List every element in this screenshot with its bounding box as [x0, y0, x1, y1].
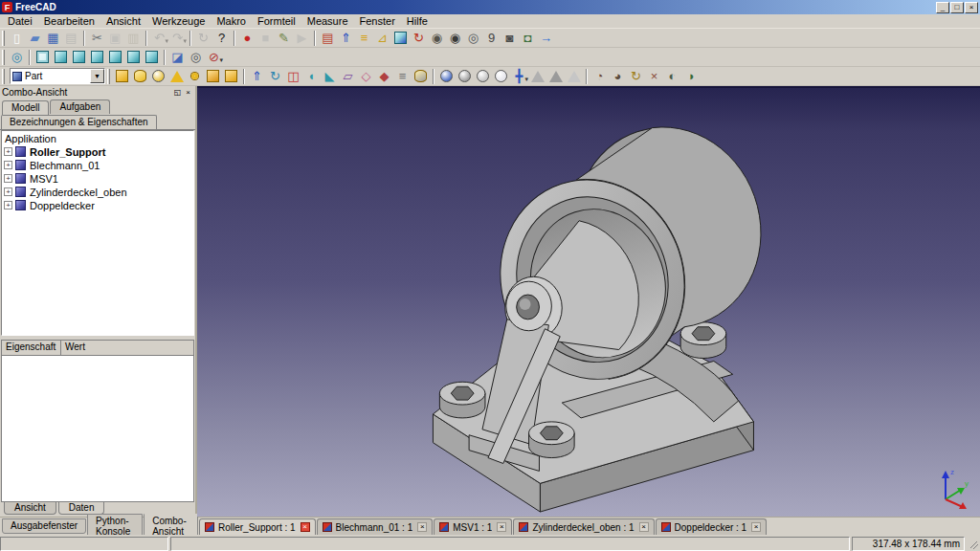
measure-refresh-icon[interactable]: ↻	[627, 68, 645, 85]
front-view-icon[interactable]	[52, 49, 70, 66]
boolean-intersection-icon[interactable]	[474, 68, 492, 85]
property-column-wert[interactable]: Wert	[61, 341, 193, 355]
workbench-dropdown-icon[interactable]: ▼	[90, 69, 104, 83]
tab-ausgabefenster[interactable]: Ausgabefenster	[2, 518, 86, 534]
restore-button[interactable]: □	[950, 2, 964, 13]
shape-builder-icon[interactable]	[204, 68, 222, 85]
axonometric-view-icon[interactable]	[33, 49, 52, 66]
loft-icon[interactable]: ◆	[375, 68, 393, 85]
menu-datei[interactable]: Datei	[2, 14, 38, 28]
clipping-plane-icon[interactable]: ⊘▾	[205, 49, 223, 66]
3d-model-roller-support[interactable]	[197, 88, 980, 517]
paste-icon[interactable]: ▥	[124, 30, 143, 47]
snapshot-icon[interactable]: ◙	[501, 30, 519, 47]
close-tab-icon[interactable]: ×	[497, 522, 506, 532]
render-settings-icon[interactable]: ◘	[519, 30, 537, 47]
new-document-icon[interactable]: ▯	[8, 30, 26, 47]
texture-mapping-icon[interactable]: ⇑	[337, 30, 355, 47]
toolbar-handle[interactable]	[2, 69, 5, 84]
scene-inspector-icon[interactable]: ◎	[464, 30, 482, 47]
property-list[interactable]	[2, 356, 193, 501]
toolbar-handle[interactable]	[2, 50, 5, 65]
revolve-icon[interactable]: ↻	[266, 68, 284, 85]
close-tab-icon[interactable]: ×	[639, 522, 649, 532]
save-document-icon[interactable]: ▦	[44, 30, 62, 47]
boolean-cut-icon[interactable]	[456, 68, 474, 85]
mdi-tab-roller-support-1[interactable]: Roller_Support : 1×	[199, 518, 316, 535]
menu-formteil[interactable]: Formteil	[252, 14, 301, 28]
right-view-icon[interactable]	[88, 49, 106, 66]
tree-item-zylinderdeckel-oben[interactable]: +Zylinderdeckel_oben	[2, 186, 193, 198]
3d-viewport[interactable]: z y x	[197, 86, 980, 517]
toolbar-handle[interactable]	[107, 69, 110, 84]
layers-icon[interactable]: ≡	[355, 30, 373, 47]
mdi-tab-msv1-1[interactable]: MSV1 : 1×	[434, 518, 512, 535]
expand-icon[interactable]: +	[4, 174, 12, 183]
measure-linear-icon[interactable]: ◔	[590, 68, 609, 85]
menu-hilfe[interactable]: Hilfe	[401, 14, 434, 28]
menu-fenster[interactable]: Fenster	[354, 14, 401, 28]
measure-toggle-3d-icon[interactable]: ◐	[663, 68, 681, 85]
tree-item-blechmann-01[interactable]: +Blechmann_01	[2, 159, 193, 171]
tab-modell[interactable]: Modell	[2, 100, 49, 115]
refresh-icon[interactable]: ↻	[194, 30, 212, 47]
macro-play-icon[interactable]: ▶	[293, 30, 311, 47]
close-tab-icon[interactable]: ×	[751, 522, 761, 532]
draw-style-icon[interactable]: ◪	[168, 49, 187, 66]
boolean-operation-icon[interactable]: ╋▾	[510, 68, 528, 85]
mirror-icon[interactable]: ◫	[284, 68, 302, 85]
chamfer-icon[interactable]: ◣	[321, 68, 339, 85]
part-box-icon[interactable]	[113, 68, 131, 85]
primitives-dialog-icon[interactable]	[222, 68, 240, 85]
part-cylinder-icon[interactable]	[131, 68, 149, 85]
menu-werkzeuge[interactable]: Werkzeuge	[146, 14, 211, 28]
redo-icon[interactable]: ↷▾	[168, 30, 187, 47]
ruled-surface-icon[interactable]: ▱	[339, 68, 357, 85]
measure-angular-icon[interactable]: ◕	[609, 68, 627, 85]
menu-measure[interactable]: Measure	[301, 14, 354, 28]
expand-icon[interactable]: +	[4, 187, 12, 196]
close-button[interactable]: ×	[965, 2, 978, 13]
orthographic-camera-icon[interactable]: ◉	[446, 30, 464, 47]
part-cone-icon[interactable]	[167, 68, 186, 85]
mdi-tab-doppeldecker-1[interactable]: Doppeldecker : 1×	[656, 518, 768, 535]
rear-view-icon[interactable]	[106, 49, 124, 66]
copy-icon[interactable]: ▣	[106, 30, 124, 47]
measurement-plane-icon[interactable]: ⊿	[373, 30, 391, 47]
tab-aufgaben[interactable]: Aufgaben	[50, 99, 110, 114]
bounding-box-icon[interactable]	[391, 30, 410, 47]
force-recompute-icon[interactable]: ↻	[410, 30, 428, 47]
offset-icon[interactable]: ◇	[357, 68, 375, 85]
undo-icon[interactable]: ↶▾	[150, 30, 168, 47]
toolbar-handle[interactable]	[2, 31, 5, 46]
boolean-section-icon[interactable]	[492, 68, 510, 85]
macro-record-icon[interactable]: ●	[238, 30, 256, 47]
bottom-view-icon[interactable]	[124, 49, 143, 66]
sweep-icon[interactable]: ≡	[393, 68, 412, 85]
top-view-icon[interactable]	[70, 49, 88, 66]
measure-clear-icon[interactable]: ×	[645, 68, 663, 85]
tree-item-msv1[interactable]: +MSV1	[2, 172, 193, 185]
part-sphere-icon[interactable]	[149, 68, 167, 85]
tree-item-doppeldecker[interactable]: +Doppeldecker	[2, 199, 193, 211]
part-torus-icon[interactable]	[186, 68, 204, 85]
expand-icon[interactable]: +	[4, 201, 12, 209]
fillet-icon[interactable]: ◖	[302, 68, 321, 85]
close-tab-icon[interactable]: ×	[301, 522, 310, 532]
tree-item-roller-support[interactable]: +Roller_Support	[2, 145, 193, 158]
cross-section-icon[interactable]	[412, 68, 430, 85]
macro-stop-icon[interactable]: ■	[256, 30, 275, 47]
link-navigate-icon[interactable]: →	[537, 30, 555, 47]
resize-grip[interactable]	[967, 537, 980, 551]
float-panel-icon[interactable]: ◱	[172, 87, 183, 98]
fit-all-icon[interactable]: ◎	[8, 49, 26, 66]
cut-icon[interactable]: ✂	[88, 30, 106, 47]
zoom-box-icon[interactable]: ◎	[187, 49, 205, 66]
menu-ansicht[interactable]: Ansicht	[100, 14, 146, 28]
print-icon[interactable]: ▤	[62, 30, 80, 47]
extrude-icon[interactable]: ⇑	[248, 68, 266, 85]
workbench-selector[interactable]: Part ▼	[10, 68, 105, 84]
measure-toggle-delta-icon[interactable]: ◑	[681, 68, 700, 85]
compound-explode-icon[interactable]	[546, 68, 565, 85]
expand-icon[interactable]: +	[4, 147, 12, 156]
